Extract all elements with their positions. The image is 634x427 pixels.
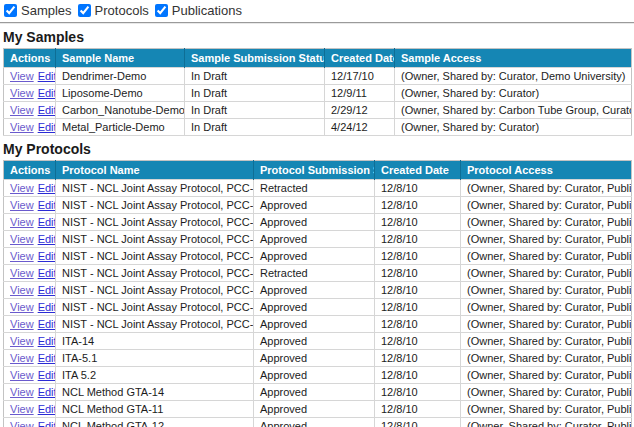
view-link[interactable]: View — [10, 87, 34, 99]
edit-link[interactable]: Edit — [38, 318, 56, 330]
view-link[interactable]: View — [10, 250, 34, 262]
publications-checkbox[interactable] — [155, 4, 168, 17]
table-row: ViewEditNCL Method GTA-11Approved12/8/10… — [4, 401, 632, 418]
edit-link[interactable]: Edit — [38, 386, 56, 398]
created-date-cell: 12/8/10 — [375, 231, 461, 248]
column-header: Actions — [4, 161, 56, 180]
edit-link[interactable]: Edit — [38, 335, 56, 347]
edit-link[interactable]: Edit — [38, 420, 56, 427]
status-cell: Approved — [254, 418, 375, 427]
filter-label: Samples — [21, 3, 72, 18]
edit-link[interactable]: Edit — [38, 267, 56, 279]
name-cell: ITA 5.2 — [56, 367, 254, 384]
name-cell: ITA-5.1 — [56, 350, 254, 367]
access-cell: (Owner, Shared by: Curator, Public) — [461, 350, 632, 367]
table-row: ViewEditDendrimer-DemoIn Draft12/17/10(O… — [4, 68, 632, 85]
actions-cell: ViewEdit — [4, 231, 56, 248]
edit-link[interactable]: Edit — [38, 70, 56, 82]
status-cell: Approved — [254, 197, 375, 214]
table-row: ViewEditITA 5.2Approved12/8/10(Owner, Sh… — [4, 367, 632, 384]
name-cell: Metal_Particle-Demo — [56, 119, 185, 136]
edit-link[interactable]: Edit — [38, 216, 56, 228]
view-link[interactable]: View — [10, 104, 34, 116]
actions-cell: ViewEdit — [4, 265, 56, 282]
status-cell: Approved — [254, 401, 375, 418]
filter-label: Publications — [172, 3, 242, 18]
table-row: ViewEditMetal_Particle-DemoIn Draft4/24/… — [4, 119, 632, 136]
view-link[interactable]: View — [10, 301, 34, 313]
created-date-cell: 12/8/10 — [375, 316, 461, 333]
view-link[interactable]: View — [10, 182, 34, 194]
edit-link[interactable]: Edit — [38, 199, 56, 211]
name-cell: NIST - NCL Joint Assay Protocol, PCC-6 — [56, 180, 254, 197]
protocols-heading: My Protocols — [3, 141, 634, 157]
actions-cell: ViewEdit — [4, 418, 56, 427]
name-cell: NIST - NCL Joint Assay Protocol, PCC-7 — [56, 197, 254, 214]
view-link[interactable]: View — [10, 267, 34, 279]
edit-link[interactable]: Edit — [38, 369, 56, 381]
edit-link[interactable]: Edit — [38, 403, 56, 415]
created-date-cell: 12/8/10 — [375, 299, 461, 316]
view-link[interactable]: View — [10, 284, 34, 296]
name-cell: NIST - NCL Joint Assay Protocol, PCC-12 — [56, 299, 254, 316]
actions-cell: ViewEdit — [4, 119, 56, 136]
view-link[interactable]: View — [10, 420, 34, 427]
status-cell: In Draft — [185, 102, 325, 119]
view-link[interactable]: View — [10, 70, 34, 82]
view-link[interactable]: View — [10, 121, 34, 133]
protocols-section: My Protocols ActionsProtocol NameProtoco… — [0, 141, 634, 427]
status-cell: Approved — [254, 231, 375, 248]
name-cell: NCL Method GTA-11 — [56, 401, 254, 418]
access-cell: (Owner, Shared by: Curator, Public) — [461, 248, 632, 265]
edit-link[interactable]: Edit — [38, 233, 56, 245]
access-cell: (Owner, Shared by: Curator, Public) — [461, 401, 632, 418]
status-cell: Retracted — [254, 180, 375, 197]
access-cell: (Owner, Shared by: Curator, Public) — [461, 265, 632, 282]
view-link[interactable]: View — [10, 403, 34, 415]
edit-link[interactable]: Edit — [38, 250, 56, 262]
status-cell: Approved — [254, 350, 375, 367]
view-link[interactable]: View — [10, 335, 34, 347]
name-cell: NIST - NCL Joint Assay Protocol, PCC-13 — [56, 316, 254, 333]
edit-link[interactable]: Edit — [38, 87, 56, 99]
created-date-cell: 12/8/10 — [375, 418, 461, 427]
actions-cell: ViewEdit — [4, 248, 56, 265]
actions-cell: ViewEdit — [4, 299, 56, 316]
status-cell: Approved — [254, 214, 375, 231]
view-link[interactable]: View — [10, 386, 34, 398]
view-link[interactable]: View — [10, 216, 34, 228]
view-link[interactable]: View — [10, 369, 34, 381]
view-link[interactable]: View — [10, 233, 34, 245]
edit-link[interactable]: Edit — [38, 121, 56, 133]
protocols-checkbox[interactable] — [78, 4, 91, 17]
samples-table: ActionsSample NameSample Submission Stat… — [3, 48, 632, 136]
access-cell: (Owner, Shared by: Curator, Public) — [461, 299, 632, 316]
actions-cell: ViewEdit — [4, 384, 56, 401]
edit-link[interactable]: Edit — [38, 182, 56, 194]
view-link[interactable]: View — [10, 352, 34, 364]
created-date-cell: 2/29/12 — [325, 102, 395, 119]
column-header: Protocol Submission Status — [254, 161, 375, 180]
column-header: Created Date — [325, 49, 395, 68]
samples-checkbox[interactable] — [4, 4, 17, 17]
edit-link[interactable]: Edit — [38, 301, 56, 313]
name-cell: NCL Method GTA-12 — [56, 418, 254, 427]
actions-cell: ViewEdit — [4, 102, 56, 119]
table-row: ViewEditLiposome-DemoIn Draft12/9/11(Own… — [4, 85, 632, 102]
view-link[interactable]: View — [10, 199, 34, 211]
view-link[interactable]: View — [10, 318, 34, 330]
edit-link[interactable]: Edit — [38, 284, 56, 296]
created-date-cell: 12/8/10 — [375, 214, 461, 231]
actions-cell: ViewEdit — [4, 68, 56, 85]
access-cell: (Owner, Shared by: Curator, Public) — [461, 231, 632, 248]
actions-cell: ViewEdit — [4, 180, 56, 197]
filter-item-publications: Publications — [155, 3, 242, 18]
column-header: Protocol Name — [56, 161, 254, 180]
actions-cell: ViewEdit — [4, 401, 56, 418]
created-date-cell: 12/8/10 — [375, 350, 461, 367]
edit-link[interactable]: Edit — [38, 104, 56, 116]
access-cell: (Owner, Shared by: Curator, Public) — [461, 180, 632, 197]
edit-link[interactable]: Edit — [38, 352, 56, 364]
actions-cell: ViewEdit — [4, 333, 56, 350]
status-cell: Retracted — [254, 265, 375, 282]
